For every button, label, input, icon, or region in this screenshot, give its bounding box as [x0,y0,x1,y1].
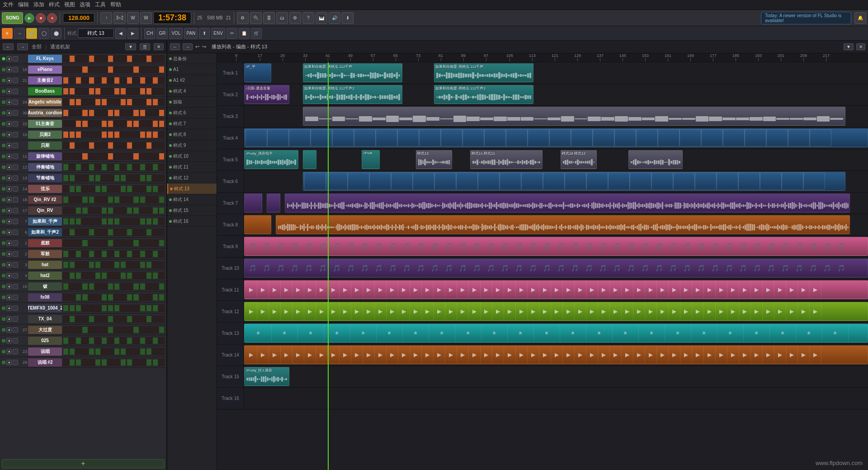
pad[interactable] [63,218,69,225]
pad[interactable] [89,337,94,344]
pan-button[interactable]: PAN [184,28,198,39]
envelope-button[interactable]: ENV [211,28,225,39]
channel-led[interactable] [2,133,5,136]
pad[interactable] [146,185,152,193]
track-label[interactable]: Track 7 [217,193,244,214]
pad[interactable] [140,185,146,193]
channel-led[interactable] [2,350,5,353]
pad[interactable] [63,131,69,138]
pad[interactable] [114,66,120,73]
pad[interactable] [82,131,88,138]
track-content[interactable] [244,106,868,127]
pad[interactable] [108,77,113,84]
channel-name[interactable]: 贝斯 [28,141,62,150]
clip[interactable] [244,215,271,234]
pad[interactable] [101,337,107,344]
pad[interactable] [114,315,120,323]
pad[interactable] [133,153,139,160]
pad[interactable] [159,207,165,214]
pad[interactable] [159,294,165,301]
pad[interactable] [146,109,152,117]
pad[interactable] [133,218,139,225]
pad[interactable] [140,359,146,366]
channel-name[interactable]: BooBass [28,87,62,95]
pad[interactable] [152,109,158,117]
rack-fwd-button[interactable]: → [17,43,28,50]
midi-button[interactable]: 🎹 [316,12,327,24]
pad[interactable] [75,348,81,355]
pad[interactable] [133,326,139,334]
clip[interactable]: ♪P_平 [244,63,271,82]
channel-led[interactable] [2,263,5,267]
pad[interactable] [120,109,126,117]
pad[interactable] [133,261,139,268]
pad[interactable] [152,164,158,171]
rack-menu-button[interactable]: ☰ [140,43,150,50]
pad[interactable] [159,283,165,290]
pad[interactable] [95,315,101,323]
pad[interactable] [75,164,81,171]
pad[interactable] [101,55,107,62]
pad[interactable] [146,294,152,301]
stop-button[interactable]: ■ [36,13,46,23]
pad[interactable] [146,174,152,182]
pad[interactable] [101,272,107,279]
channel-row[interactable]: ●6如果和_千声2 [0,227,166,238]
channel-name[interactable]: Qin_RV [28,207,62,215]
pad[interactable] [95,326,101,334]
pad[interactable] [140,337,146,344]
channel-mute-button[interactable]: ● [6,121,12,127]
pattern-item[interactable]: A1 #2 [167,75,217,86]
channel-pads[interactable] [63,240,165,247]
pad[interactable] [127,109,132,117]
pad[interactable] [120,218,126,225]
pad[interactable] [75,359,81,366]
link-button[interactable]: 🔗 [26,28,37,39]
pad[interactable] [152,153,158,160]
pad[interactable] [63,142,69,149]
track-label[interactable]: Track 16 [217,388,244,409]
pad[interactable] [63,315,69,323]
pad[interactable] [95,66,101,73]
pad[interactable] [127,337,132,344]
pad[interactable] [75,153,81,160]
channel-led[interactable] [2,230,5,234]
pad[interactable] [114,218,120,225]
pad[interactable] [108,142,113,149]
pad[interactable] [82,305,88,312]
pad[interactable] [69,207,75,214]
pad[interactable] [152,261,158,268]
pad[interactable] [101,185,107,193]
channel-pads[interactable] [63,326,165,334]
channel-led[interactable] [2,328,5,332]
pad[interactable] [127,131,132,138]
pad[interactable] [140,77,146,84]
channel-name[interactable]: 底鼓 [28,239,62,247]
track-content[interactable] [244,193,868,214]
clip[interactable] [244,128,868,147]
pad[interactable] [95,261,101,268]
channel-solo-button[interactable] [13,132,18,137]
channel-mute-button[interactable]: ● [6,251,12,257]
pad[interactable] [95,348,101,355]
pad[interactable] [127,99,132,106]
pad[interactable] [75,337,81,344]
pad[interactable] [75,326,81,334]
channel-name[interactable]: 主奏音2 [28,76,62,85]
track-content[interactable]: ▶▶▶▶▶▶▶▶▶▶▶▶▶▶▶▶▶▶▶▶▶▶▶▶▶▶▶▶▶▶▶▶▶▶▶▶▶▶▶▶… [244,279,868,301]
bpm-display[interactable]: 128.000 [63,13,94,23]
clip[interactable] [303,172,845,191]
pad[interactable] [159,174,165,182]
track-content[interactable] [244,388,868,409]
pad[interactable] [89,185,94,193]
track-label[interactable]: Track 14 [217,344,244,366]
pad[interactable] [82,99,88,106]
pad[interactable] [159,261,165,268]
channel-led[interactable] [2,176,5,180]
pad[interactable] [108,305,113,312]
pad[interactable] [140,66,146,73]
pad[interactable] [95,250,101,258]
channel-name[interactable]: fx08 [28,293,62,301]
pattern-item[interactable]: 样式 8 [167,129,217,140]
pad[interactable] [69,131,75,138]
